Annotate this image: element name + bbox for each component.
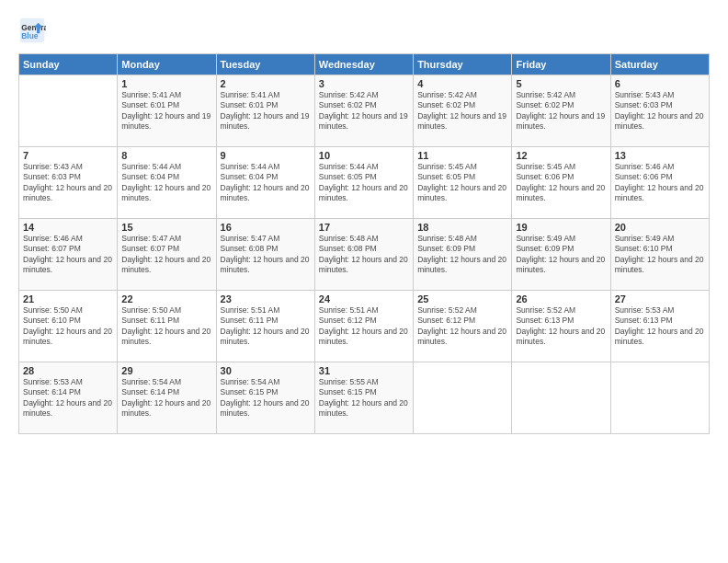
day-detail: Sunrise: 5:47 AM Sunset: 6:08 PM Dayligh… <box>221 234 311 276</box>
day-number: 31 <box>319 365 409 376</box>
day-number: 25 <box>417 293 507 304</box>
day-detail: Sunrise: 5:47 AM Sunset: 6:07 PM Dayligh… <box>121 234 211 276</box>
day-detail: Sunrise: 5:49 AM Sunset: 6:10 PM Dayligh… <box>615 234 705 276</box>
day-detail: Sunrise: 5:55 AM Sunset: 6:15 PM Dayligh… <box>319 377 409 419</box>
day-detail: Sunrise: 5:46 AM Sunset: 6:07 PM Dayligh… <box>23 234 113 276</box>
day-cell <box>610 362 709 434</box>
day-cell: 9Sunrise: 5:44 AM Sunset: 6:04 PM Daylig… <box>216 147 314 219</box>
day-detail: Sunrise: 5:48 AM Sunset: 6:09 PM Dayligh… <box>417 234 507 276</box>
day-number: 15 <box>121 222 211 233</box>
day-cell: 2Sunrise: 5:41 AM Sunset: 6:01 PM Daylig… <box>216 75 314 147</box>
day-cell: 8Sunrise: 5:44 AM Sunset: 6:04 PM Daylig… <box>118 147 216 219</box>
day-detail: Sunrise: 5:52 AM Sunset: 6:13 PM Dayligh… <box>516 305 606 348</box>
day-cell: 7Sunrise: 5:43 AM Sunset: 6:03 PM Daylig… <box>19 147 118 219</box>
day-detail: Sunrise: 5:52 AM Sunset: 6:12 PM Dayligh… <box>417 305 507 348</box>
day-detail: Sunrise: 5:54 AM Sunset: 6:14 PM Dayligh… <box>121 377 211 419</box>
week-row-1: 7Sunrise: 5:43 AM Sunset: 6:03 PM Daylig… <box>19 147 710 219</box>
day-number: 13 <box>615 150 705 161</box>
day-cell: 23Sunrise: 5:51 AM Sunset: 6:11 PM Dayli… <box>216 291 314 362</box>
header-day-wednesday: Wednesday <box>314 54 413 75</box>
day-cell <box>19 75 118 147</box>
day-detail: Sunrise: 5:42 AM Sunset: 6:02 PM Dayligh… <box>516 90 606 132</box>
day-number: 18 <box>417 222 507 233</box>
day-number: 16 <box>221 222 311 233</box>
day-number: 27 <box>615 293 705 304</box>
day-cell: 26Sunrise: 5:52 AM Sunset: 6:13 PM Dayli… <box>512 291 610 362</box>
day-detail: Sunrise: 5:45 AM Sunset: 6:06 PM Dayligh… <box>516 162 606 204</box>
day-cell: 20Sunrise: 5:49 AM Sunset: 6:10 PM Dayli… <box>610 219 709 291</box>
day-cell: 24Sunrise: 5:51 AM Sunset: 6:12 PM Dayli… <box>314 291 413 362</box>
day-detail: Sunrise: 5:41 AM Sunset: 6:01 PM Dayligh… <box>121 90 211 132</box>
svg-text:Blue: Blue <box>21 31 38 40</box>
day-detail: Sunrise: 5:51 AM Sunset: 6:11 PM Dayligh… <box>221 305 311 348</box>
day-cell: 29Sunrise: 5:54 AM Sunset: 6:14 PM Dayli… <box>118 362 216 434</box>
day-cell: 3Sunrise: 5:42 AM Sunset: 6:02 PM Daylig… <box>314 75 413 147</box>
day-number: 14 <box>23 222 113 233</box>
day-number: 10 <box>319 150 409 161</box>
week-row-2: 14Sunrise: 5:46 AM Sunset: 6:07 PM Dayli… <box>19 219 710 291</box>
week-row-3: 21Sunrise: 5:50 AM Sunset: 6:10 PM Dayli… <box>19 291 710 362</box>
day-number: 22 <box>121 293 211 304</box>
day-number: 21 <box>23 293 113 304</box>
day-cell: 16Sunrise: 5:47 AM Sunset: 6:08 PM Dayli… <box>216 219 314 291</box>
day-cell: 31Sunrise: 5:55 AM Sunset: 6:15 PM Dayli… <box>314 362 413 434</box>
day-cell: 6Sunrise: 5:43 AM Sunset: 6:03 PM Daylig… <box>610 75 709 147</box>
day-detail: Sunrise: 5:54 AM Sunset: 6:15 PM Dayligh… <box>221 377 311 419</box>
header-day-sunday: Sunday <box>19 54 118 75</box>
day-number: 28 <box>23 365 113 376</box>
day-cell: 17Sunrise: 5:48 AM Sunset: 6:08 PM Dayli… <box>314 219 413 291</box>
day-number: 17 <box>319 222 409 233</box>
day-number: 4 <box>417 78 507 89</box>
day-number: 7 <box>23 150 113 161</box>
day-number: 24 <box>319 293 409 304</box>
day-detail: Sunrise: 5:50 AM Sunset: 6:11 PM Dayligh… <box>121 305 211 348</box>
day-detail: Sunrise: 5:49 AM Sunset: 6:09 PM Dayligh… <box>516 234 606 276</box>
day-number: 5 <box>516 78 606 89</box>
day-number: 19 <box>516 222 606 233</box>
day-number: 30 <box>221 365 311 376</box>
day-cell: 15Sunrise: 5:47 AM Sunset: 6:07 PM Dayli… <box>118 219 216 291</box>
day-cell: 18Sunrise: 5:48 AM Sunset: 6:09 PM Dayli… <box>414 219 512 291</box>
day-cell: 30Sunrise: 5:54 AM Sunset: 6:15 PM Dayli… <box>216 362 314 434</box>
day-cell: 25Sunrise: 5:52 AM Sunset: 6:12 PM Dayli… <box>414 291 512 362</box>
logo: General Blue <box>18 17 50 44</box>
day-cell: 12Sunrise: 5:45 AM Sunset: 6:06 PM Dayli… <box>512 147 610 219</box>
day-number: 26 <box>516 293 606 304</box>
day-detail: Sunrise: 5:43 AM Sunset: 6:03 PM Dayligh… <box>23 162 113 204</box>
day-detail: Sunrise: 5:44 AM Sunset: 6:04 PM Dayligh… <box>121 162 211 204</box>
day-number: 20 <box>615 222 705 233</box>
day-detail: Sunrise: 5:44 AM Sunset: 6:05 PM Dayligh… <box>319 162 409 204</box>
header-row: SundayMondayTuesdayWednesdayThursdayFrid… <box>19 54 710 75</box>
week-row-4: 28Sunrise: 5:53 AM Sunset: 6:14 PM Dayli… <box>19 362 710 434</box>
day-detail: Sunrise: 5:53 AM Sunset: 6:14 PM Dayligh… <box>23 377 113 419</box>
day-cell: 5Sunrise: 5:42 AM Sunset: 6:02 PM Daylig… <box>512 75 610 147</box>
day-cell: 13Sunrise: 5:46 AM Sunset: 6:06 PM Dayli… <box>610 147 709 219</box>
header: General Blue <box>18 17 710 44</box>
day-cell: 4Sunrise: 5:42 AM Sunset: 6:02 PM Daylig… <box>414 75 512 147</box>
day-detail: Sunrise: 5:42 AM Sunset: 6:02 PM Dayligh… <box>417 90 507 132</box>
header-day-thursday: Thursday <box>414 54 512 75</box>
day-number: 3 <box>319 78 409 89</box>
day-detail: Sunrise: 5:51 AM Sunset: 6:12 PM Dayligh… <box>319 305 409 348</box>
day-number: 29 <box>121 365 211 376</box>
day-number: 12 <box>516 150 606 161</box>
day-cell: 22Sunrise: 5:50 AM Sunset: 6:11 PM Dayli… <box>118 291 216 362</box>
day-cell: 21Sunrise: 5:50 AM Sunset: 6:10 PM Dayli… <box>19 291 118 362</box>
day-cell: 10Sunrise: 5:44 AM Sunset: 6:05 PM Dayli… <box>314 147 413 219</box>
header-day-saturday: Saturday <box>610 54 709 75</box>
day-cell: 11Sunrise: 5:45 AM Sunset: 6:05 PM Dayli… <box>414 147 512 219</box>
day-detail: Sunrise: 5:45 AM Sunset: 6:05 PM Dayligh… <box>417 162 507 204</box>
day-cell: 27Sunrise: 5:53 AM Sunset: 6:13 PM Dayli… <box>610 291 709 362</box>
day-number: 2 <box>221 78 311 89</box>
day-number: 11 <box>417 150 507 161</box>
day-number: 23 <box>221 293 311 304</box>
day-detail: Sunrise: 5:41 AM Sunset: 6:01 PM Dayligh… <box>221 90 311 132</box>
day-detail: Sunrise: 5:42 AM Sunset: 6:02 PM Dayligh… <box>319 90 409 132</box>
day-detail: Sunrise: 5:50 AM Sunset: 6:10 PM Dayligh… <box>23 305 113 348</box>
week-row-0: 1Sunrise: 5:41 AM Sunset: 6:01 PM Daylig… <box>19 75 710 147</box>
calendar-table: SundayMondayTuesdayWednesdayThursdayFrid… <box>18 53 710 434</box>
day-detail: Sunrise: 5:44 AM Sunset: 6:04 PM Dayligh… <box>221 162 311 204</box>
day-cell: 19Sunrise: 5:49 AM Sunset: 6:09 PM Dayli… <box>512 219 610 291</box>
day-detail: Sunrise: 5:43 AM Sunset: 6:03 PM Dayligh… <box>615 90 705 132</box>
day-detail: Sunrise: 5:46 AM Sunset: 6:06 PM Dayligh… <box>615 162 705 204</box>
